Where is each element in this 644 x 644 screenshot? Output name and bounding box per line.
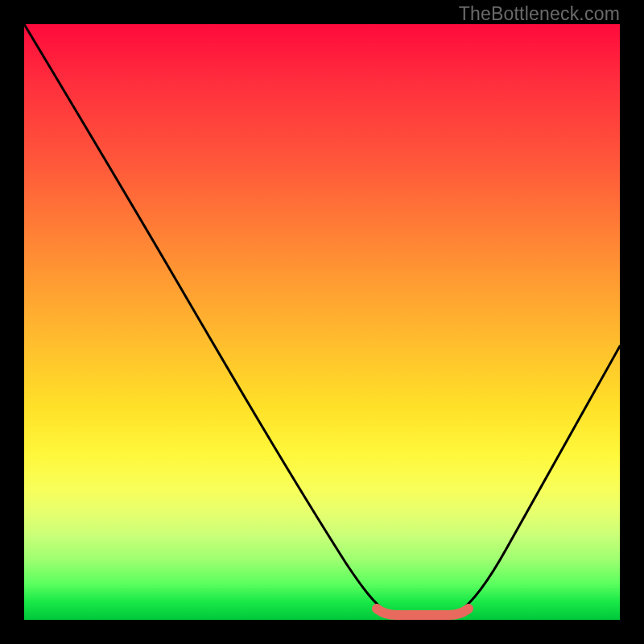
plot-area bbox=[24, 24, 620, 620]
watermark-text: TheBottleneck.com bbox=[459, 3, 620, 25]
curve-layer bbox=[24, 24, 620, 620]
flat-minimum-marker bbox=[377, 609, 469, 615]
bottleneck-curve bbox=[24, 24, 620, 612]
chart-frame: TheBottleneck.com bbox=[0, 0, 644, 644]
